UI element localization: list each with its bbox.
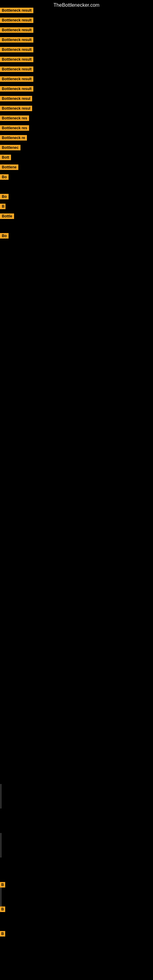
bottleneck-badge-14: Bottlenec [0,145,21,151]
bottleneck-badge-18: Bo [0,194,9,200]
small-badge-2: B [0,931,5,937]
bottleneck-badge-20: Bottle [0,213,14,220]
bottleneck-badge-0: Bottleneck result [0,8,33,14]
bottleneck-badge-12: Bottleneck res [0,125,29,132]
bottleneck-badge-5: Bottleneck result [0,57,33,64]
bottleneck-badge-19: B [0,204,5,210]
small-badge-0: B [0,882,5,888]
bottleneck-badge-8: Bottleneck result [0,86,33,93]
bottleneck-badge-9: Bottleneck resul [0,96,32,103]
bottleneck-badge-21: Bo [0,233,9,240]
bottleneck-badge-13: Bottleneck re [0,135,27,142]
bottleneck-badge-17: Bo [0,174,9,181]
bottleneck-badge-6: Bottleneck result [0,67,33,73]
bottleneck-badge-2: Bottleneck result [0,27,33,34]
bottleneck-badge-7: Bottleneck result [0,76,33,83]
bottleneck-badge-3: Bottleneck result [0,37,33,44]
bottleneck-badge-4: Bottleneck result [0,47,33,54]
bottleneck-badge-16: Bottlene [0,164,18,171]
bottleneck-badge-15: Bott [0,155,11,161]
bottleneck-badge-10: Bottleneck resul [0,106,32,112]
bottleneck-badge-1: Bottleneck result [0,18,33,24]
vertical-line-0 [1,784,1,808]
bottleneck-badge-11: Bottleneck res [0,115,29,122]
small-badge-1: B [0,907,5,912]
vertical-line-1 [1,833,1,858]
